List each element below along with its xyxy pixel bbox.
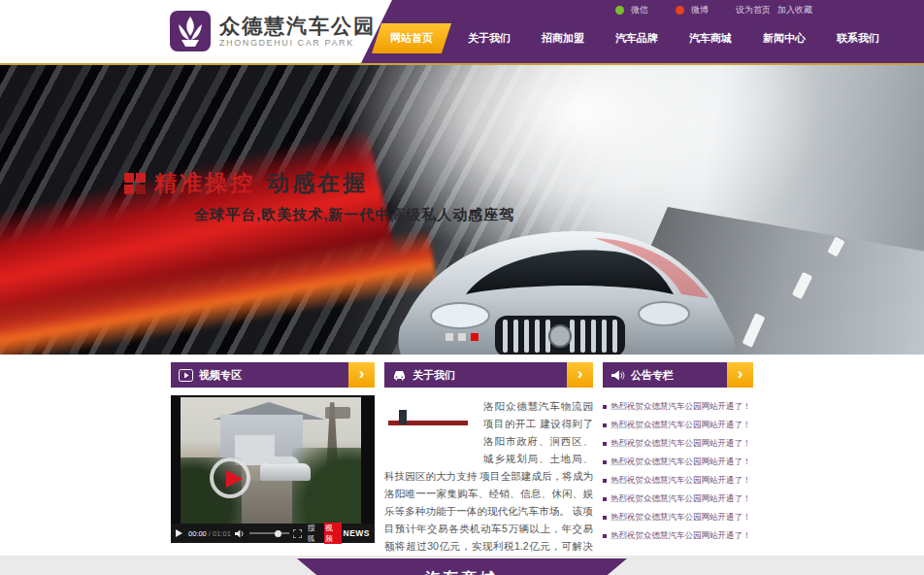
header-purple-panel: 微信 微博 设为首页 加入收藏 网站首页 关于我们 招商加盟 汽车品牌 汽车商城… [361, 0, 924, 63]
notice-item[interactable]: 热烈祝贺众德慧汽车公园网站开通了！ [603, 490, 753, 508]
bullet-icon [603, 460, 607, 464]
video-section-title: 视频专区 [199, 368, 348, 383]
bullet-icon [603, 516, 607, 520]
notice-item[interactable]: 热烈祝贺众德慧汽车公园网站开通了！ [603, 471, 753, 490]
notice-text: 热烈祝贺众德慧汽车公园网站开通了！ [610, 475, 751, 487]
site-name-en: ZHONGDEHUI CAR PARK [219, 38, 376, 48]
footer-section-title: 汽车商城 [425, 569, 499, 575]
nav-item-news[interactable]: 新闻中心 [747, 23, 821, 53]
carousel-dot-2[interactable] [458, 333, 466, 341]
red-squares-icon [124, 173, 146, 194]
about-section-header: 关于我们 › [384, 362, 593, 388]
street-sign [325, 407, 350, 419]
brand-shipin: 视频 [324, 523, 341, 544]
video-column: 视频专区 › 00:00 / 01:01 [171, 362, 375, 572]
weibo-icon [676, 6, 684, 15]
hero-title-red: 精准操控 [154, 168, 255, 198]
notice-more-button[interactable]: › [727, 362, 753, 388]
time-current: 00:00 [188, 529, 207, 538]
page: 众德慧汽车公园 ZHONGDEHUI CAR PARK 微信 微博 设为首页 加… [0, 0, 924, 575]
site-logo[interactable]: 众德慧汽车公园 ZHONGDEHUI CAR PARK [170, 11, 376, 51]
bullet-icon [603, 423, 607, 427]
notice-text: 热烈祝贺众德慧汽车公园网站开通了！ [610, 493, 751, 505]
about-body: 洛阳众德慧汽车物流园项目的开工 建设得到了洛阳市政府、涧西区、城乡规划局、土地局… [384, 397, 593, 572]
bullet-icon [603, 534, 607, 538]
about-section-title: 关于我们 [412, 368, 567, 383]
video-section-header: 视频专区 › [171, 362, 375, 388]
video-brand: 搜狐 视频 NEWS [308, 523, 370, 544]
notice-item[interactable]: 热烈祝贺众德慧汽车公园网站开通了！ [603, 416, 753, 434]
hero-banner: 精准操控 动感在握 全球平台,欧美技术,新一代中高级私人动感座驾 [0, 63, 924, 355]
set-home-link[interactable]: 设为首页 [736, 4, 771, 17]
video-time: 00:00 / 01:01 [188, 529, 231, 538]
topbar: 微信 微博 设为首页 加入收藏 [361, 0, 924, 17]
notice-item[interactable]: 热烈祝贺众德慧汽车公园网站开通了！ [603, 397, 753, 416]
hero-title-dark: 动感在握 [267, 168, 368, 198]
about-more-button[interactable]: › [567, 362, 593, 388]
nav-item-brands[interactable]: 汽车品牌 [600, 23, 674, 53]
site-header: 众德慧汽车公园 ZHONGDEHUI CAR PARK 微信 微博 设为首页 加… [0, 0, 924, 63]
nav-item-contact[interactable]: 联系我们 [821, 23, 895, 53]
play-icon[interactable] [176, 529, 182, 537]
hero-subtitle: 全球平台,欧美技术,新一代中高级私人动感座驾 [194, 206, 514, 224]
add-favorite-link[interactable]: 加入收藏 [777, 4, 812, 17]
weibo-link[interactable]: 微博 [691, 4, 709, 17]
photo-statue [399, 410, 407, 424]
big-play-button[interactable] [210, 457, 250, 498]
notice-list: 热烈祝贺众德慧汽车公园网站开通了！ 热烈祝贺众德慧汽车公园网站开通了！ 热烈祝贺… [603, 397, 753, 545]
video-more-button[interactable]: › [348, 362, 375, 388]
notice-text: 热烈祝贺众德慧汽车公园网站开通了！ [610, 457, 751, 468]
seek-slider[interactable] [249, 532, 289, 534]
notice-text: 热烈祝贺众德慧汽车公园网站开通了！ [610, 420, 751, 431]
bullet-icon [603, 479, 607, 483]
footer-section-banner: 汽车商城 [297, 558, 627, 575]
wechat-icon [615, 6, 624, 15]
logo-lotus-icon [170, 11, 211, 51]
main-nav: 网站首页 关于我们 招商加盟 汽车品牌 汽车商城 新闻中心 联系我们 [361, 23, 924, 52]
bullet-icon [603, 405, 607, 409]
video-player[interactable]: 00:00 / 01:01 搜狐 视频 NEWS [171, 395, 375, 543]
car-icon [392, 369, 407, 382]
notice-text: 热烈祝贺众德慧汽车公园网站开通了！ [610, 401, 751, 413]
notice-item[interactable]: 热烈祝贺众德慧汽车公园网站开通了！ [603, 434, 753, 453]
about-photo[interactable] [384, 399, 476, 465]
site-name: 众德慧汽车公园 [219, 15, 376, 38]
notice-column: 公告专栏 › 热烈祝贺众德慧汽车公园网站开通了！ 热烈祝贺众德慧汽车公园网站开通… [603, 362, 753, 572]
notice-text: 热烈祝贺众德慧汽车公园网站开通了！ [610, 530, 751, 542]
logo-text: 众德慧汽车公园 ZHONGDEHUI CAR PARK [219, 15, 376, 48]
carousel-dot-1[interactable] [446, 333, 453, 341]
about-column: 关于我们 › 洛阳众德慧汽车物流园项目的开工 建设得到了洛阳市政府、涧西区、城乡… [384, 362, 593, 572]
bullet-icon [603, 497, 607, 501]
notice-text: 热烈祝贺众德慧汽车公园网站开通了！ [610, 512, 751, 524]
fullscreen-icon[interactable] [293, 529, 302, 538]
video-control-bar: 00:00 / 01:01 搜狐 视频 NEWS [171, 524, 375, 543]
bullet-icon [603, 442, 607, 446]
bush-right [292, 448, 361, 524]
slider-knob[interactable] [275, 530, 281, 537]
megaphone-icon [610, 369, 625, 382]
notice-item[interactable]: 热烈祝贺众德慧汽车公园网站开通了！ [603, 508, 753, 526]
hero-caption: 精准操控 动感在握 全球平台,欧美技术,新一代中高级私人动感座驾 [124, 168, 514, 224]
notice-text: 热烈祝贺众德慧汽车公园网站开通了！ [610, 438, 751, 450]
brand-news: NEWS [344, 528, 371, 538]
notice-item[interactable]: 热烈祝贺众德慧汽车公园网站开通了！ [603, 453, 753, 471]
time-total: / 01:01 [207, 529, 231, 538]
notice-section-title: 公告专栏 [631, 368, 727, 383]
content-columns: 视频专区 › 00:00 / 01:01 [171, 355, 753, 572]
nav-item-about[interactable]: 关于我们 [452, 23, 526, 53]
video-frame [181, 397, 361, 524]
nav-item-join[interactable]: 招商加盟 [526, 23, 600, 53]
nav-item-home-label: 网站首页 [390, 31, 433, 46]
volume-icon[interactable] [235, 529, 246, 538]
carousel-dot-3-active[interactable] [471, 333, 478, 341]
car-in-video [260, 463, 311, 481]
nav-item-mall[interactable]: 汽车商城 [674, 23, 747, 53]
notice-item[interactable]: 热烈祝贺众德慧汽车公园网站开通了！ [603, 526, 753, 545]
video-icon [179, 369, 193, 382]
notice-section-header: 公告专栏 › [603, 362, 753, 388]
carousel-dots [446, 333, 478, 341]
brand-sohu: 搜狐 [308, 523, 322, 544]
nav-item-home[interactable]: 网站首页 [372, 23, 451, 53]
wechat-link[interactable]: 微信 [631, 4, 648, 17]
silver-car-image [351, 217, 769, 355]
